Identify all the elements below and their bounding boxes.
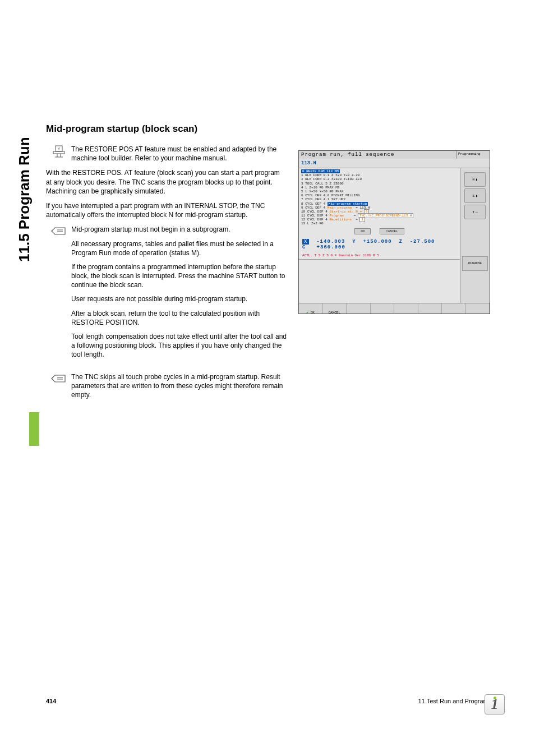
section-tab (29, 412, 39, 446)
note2-p4: User requests are not possible during mi… (71, 294, 287, 303)
svg-rect-2 (53, 151, 64, 154)
note2-p5: After a block scan, return the tool to t… (71, 309, 287, 327)
dialog-label: Start-up at: N = (329, 210, 362, 214)
softkey-empty[interactable] (466, 303, 490, 314)
tnc-screenshot: Program run, full sequence Programming 1… (298, 150, 490, 314)
note2-p3: If the program contains a programmed int… (71, 262, 287, 290)
softkey-empty[interactable] (371, 303, 395, 314)
code-line: 5 L X+50 Y+50 R0 FMAX (301, 190, 458, 193)
sc-status-line: ACTL. T S Z S 0 F 0mm/min Ovr 110% M 5 (299, 253, 460, 260)
dialog-title: Mid-program startup (328, 202, 368, 206)
info-note-2: The TNC skips all touch probe cycles in … (46, 372, 287, 400)
heading: Mid-program startup (block scan) (46, 123, 287, 135)
sc-code-listing: 0 BEGIN PGM 113 MM 1 BLK FORM 0.1 Z X+0 … (299, 168, 460, 236)
softkey-empty[interactable] (394, 303, 418, 314)
code-line: 12 CYCL DEF 4 (301, 218, 328, 222)
dialog-ok-button[interactable]: OK (354, 228, 371, 234)
sc-side-buttons: M▮ S▮ T↔ DIAGNOSE (460, 168, 490, 303)
info-note-text: Mid-program startup must not begin in a … (71, 225, 287, 364)
paragraph-2: If you have interrupted a part program w… (46, 201, 287, 219)
reps-input[interactable]: 1 (359, 217, 365, 222)
machine-note-text: The RESTORE POS AT feature must be enabl… (71, 145, 287, 163)
dialog-label: Main program (328, 206, 352, 210)
diagnose-button[interactable]: DIAGNOSE (462, 256, 488, 271)
softkey-cancel[interactable]: CANCEL (323, 303, 347, 314)
main-content: Mid-program startup (block scan) Y The R… (46, 123, 287, 405)
program-input[interactable]: TNC:\NC_PROG\SCREENS\113.H (358, 213, 414, 218)
code-line: 3 TOOL CALL 5 Z S3000 (301, 182, 458, 186)
page-number: 414 (46, 698, 56, 704)
machine-note: Y The RESTORE POS AT feature must be ena… (46, 145, 287, 163)
dialog-cancel-button[interactable]: CANCEL (380, 228, 404, 234)
sc-mode: Programming (457, 151, 490, 159)
svg-text:Y: Y (57, 147, 60, 151)
info-note: Mid-program startup must not begin in a … (46, 225, 287, 364)
info-icon: 1 (485, 694, 505, 714)
sc-coords: X -140.003 Y +150.000 Z -27.500 C +360.0… (299, 236, 460, 253)
sc-program-name: 113.H (299, 159, 490, 168)
dialog-label: Repetitions (329, 218, 352, 222)
sc-softkey-row: ✔ OK CANCEL (299, 303, 490, 314)
code-line: 9 CYCL DEF 4 (301, 206, 325, 210)
code-line: 0 BEGIN PGM 113 MM (301, 169, 340, 173)
dialog-label: Program (329, 214, 343, 218)
softkey-empty[interactable] (347, 303, 371, 314)
note-icon (46, 225, 71, 239)
sc-title: Program run, full sequence (299, 151, 457, 159)
code-line: 2 BLK FORM 0.2 X+100 Y+100 Z+0 (301, 177, 458, 181)
side-s-button[interactable]: S▮ (464, 188, 486, 203)
side-m-button[interactable]: M▮ (464, 172, 486, 187)
code-line: 11 CYCL DEF 4 (301, 214, 328, 218)
note-icon (46, 372, 71, 387)
page-footer: 414 11 Test Run and Program Run (46, 698, 501, 704)
code-line: 13 L Z+2 R0 (301, 222, 458, 225)
note2-p2: All necessary programs, tables and palle… (71, 239, 287, 257)
code-line: 4 L Z+10 R0 FMAX M3 (301, 186, 458, 190)
code-line: 8 CYCL DEF 4 (301, 202, 325, 206)
softkey-empty[interactable] (442, 303, 466, 314)
side-title: 11.5 Program Run (16, 94, 33, 262)
code-line: 10 CYCL DEF 4 (301, 210, 328, 214)
side-t-button[interactable]: T↔ (464, 205, 486, 219)
code-line: 1 BLK FORM 0.1 Z X+0 Y+0 Z-20 (301, 173, 458, 177)
code-line: 6 CYCL DEF 4.0 POCKET MILLING (301, 193, 458, 197)
code-line: 7 CYCL DEF 4.1 SET UP2 (301, 197, 458, 201)
note2-p1: Mid-program startup must not begin in a … (71, 225, 287, 234)
softkey-ok[interactable]: ✔ OK (299, 303, 323, 314)
info-note-2-text: The TNC skips all touch probe cycles in … (71, 372, 287, 400)
machine-icon: Y (46, 145, 71, 162)
note2-p6: Tool length compensation does not take e… (71, 332, 287, 359)
softkey-empty[interactable] (418, 303, 442, 314)
paragraph-1: With the RESTORE POS. AT feature (block … (46, 168, 287, 196)
